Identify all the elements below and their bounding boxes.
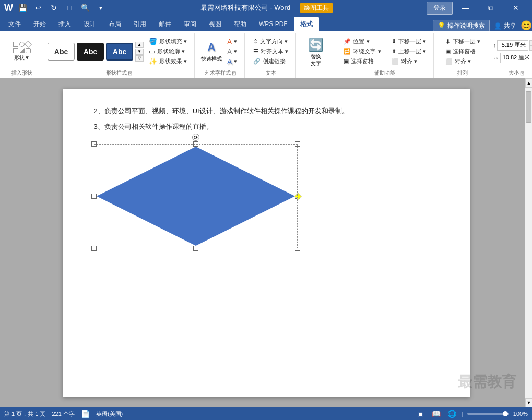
quick-undo[interactable]: ↩: [32, 2, 44, 14]
art-outline-btn[interactable]: A ▾: [224, 47, 240, 56]
shape-grid-icon: [13, 42, 31, 53]
tab-file[interactable]: 文件: [2, 17, 27, 31]
doc-area: 2、负责公司平面、视频、环境、UI设计、游戏制作软件相关操作课程的开发和录制。 …: [0, 78, 532, 407]
print-layout-btn[interactable]: ▣: [415, 409, 426, 418]
selection-pane-btn[interactable]: ▣ 选择窗格: [442, 47, 483, 56]
login-button[interactable]: 登录: [427, 2, 453, 15]
web-layout-btn[interactable]: 🌐: [446, 409, 457, 418]
tab-view[interactable]: 视图: [203, 17, 228, 31]
handle-ml[interactable]: [91, 194, 97, 199]
language[interactable]: 英语(美国): [96, 410, 123, 418]
title-left: W 💾 ↩ ↻ □ 🔍 ▼: [4, 2, 107, 14]
arrange-down-btn[interactable]: ⬇ 下移一层 ▾: [442, 37, 483, 46]
quick-style-btn[interactable]: A 快速样式: [200, 38, 223, 66]
tab-help[interactable]: 帮助: [228, 17, 253, 31]
group-assist: 📌 位置 ▾ 🔁 环绕文字 ▾ ▣ 选择窗格 ⬇ 下移一层 ▾: [336, 33, 433, 78]
zoom-slider[interactable]: [467, 413, 509, 415]
read-layout-btn[interactable]: 📖: [430, 409, 442, 418]
shape-style-3[interactable]: Abc: [106, 43, 133, 61]
text-align-btn[interactable]: ☰ 对齐文本 ▾: [250, 47, 291, 56]
up-icon: ⬆: [392, 48, 396, 55]
tab-references[interactable]: 引用: [127, 17, 152, 31]
handle-tl[interactable]: [91, 141, 97, 147]
wrap-text-btn[interactable]: 🔁 环绕文字 ▾: [340, 47, 384, 56]
word-count[interactable]: 221 个字: [52, 410, 74, 418]
shape-format-buttons: 🪣 形状填充 ▾ ▭ 形状轮廓 ▾ ✨ 形状效果 ▾: [146, 37, 190, 66]
art-fill-icon: A: [227, 38, 232, 46]
rotate-handle[interactable]: ⟳: [192, 134, 199, 141]
handle-bc[interactable]: [193, 246, 198, 251]
scroll-up-btn[interactable]: ▲: [525, 78, 532, 88]
scroll-thumb[interactable]: [526, 91, 531, 123]
drawing-tools-label: 绘图工具: [300, 3, 333, 13]
doc-line-1: 2、负责公司平面、视频、环境、UI设计、游戏制作软件相关操作课程的开发和录制。: [94, 104, 439, 118]
help-search[interactable]: 💡 操作说明搜索: [433, 20, 490, 31]
shape-styles-expand[interactable]: ⊡: [128, 70, 132, 76]
art-text-options: A ▾ A ▾ A ▾: [224, 37, 240, 66]
tab-wps[interactable]: WPS PDF: [253, 17, 294, 31]
word-icon: W: [4, 3, 13, 14]
height-up[interactable]: ▲: [529, 40, 532, 45]
create-link-btn[interactable]: 🔗 创建链接: [250, 57, 291, 66]
style-scroll-up[interactable]: ▲: [135, 42, 144, 48]
position-btn[interactable]: 📌 位置 ▾: [340, 37, 384, 46]
restore-button[interactable]: ⧉: [479, 0, 503, 16]
art-fill-btn[interactable]: A ▾: [224, 37, 240, 46]
zoom-level[interactable]: 100%: [513, 411, 528, 417]
page-info[interactable]: 第 1 页，共 1 页: [4, 410, 45, 418]
quick-save[interactable]: 💾: [16, 2, 29, 14]
move-up-btn[interactable]: ⬆ 上移一层 ▾: [388, 47, 429, 56]
replace-text-btn[interactable]: 🔄 替换文字: [303, 38, 328, 66]
arrange-align-btn[interactable]: ⬜ 对齐 ▾: [442, 57, 483, 66]
shape-style-1[interactable]: Abc: [48, 43, 75, 61]
arr-align-icon: ⬜: [445, 58, 453, 65]
select-pane-btn[interactable]: ▣ 选择窗格: [340, 57, 384, 66]
style-scroll-expand[interactable]: ▽: [135, 55, 144, 62]
shape-fill-btn[interactable]: 🪣 形状填充 ▾: [146, 37, 190, 46]
align-btn[interactable]: ⬜ 对齐 ▾: [388, 57, 429, 66]
text-direction-btn[interactable]: ⇕ 文字方向 ▾: [250, 37, 291, 46]
tab-insert[interactable]: 插入: [52, 17, 77, 31]
assist-col2: ⬇ 下移一层 ▾ ⬆ 上移一层 ▾ ⬜ 对齐 ▾: [388, 37, 429, 66]
shape-outline-btn[interactable]: ▭ 形状轮廓 ▾: [146, 47, 190, 56]
share-icon: 👤: [494, 22, 502, 30]
style-scroll-down[interactable]: ▼: [135, 49, 144, 55]
tab-mailing[interactable]: 邮件: [152, 17, 178, 31]
width-input[interactable]: [500, 53, 531, 63]
handle-tc[interactable]: [193, 141, 198, 147]
quick-new[interactable]: □: [63, 2, 76, 14]
close-button[interactable]: ✕: [504, 0, 528, 16]
move-down-btn[interactable]: ⬇ 下移一层 ▾: [388, 37, 429, 46]
tab-layout[interactable]: 布局: [102, 17, 127, 31]
share-button[interactable]: 👤 共享: [490, 20, 521, 31]
group-size-label: 大小 ⊡: [493, 68, 532, 77]
shape-container[interactable]: ⟳: [94, 144, 298, 248]
divider: |: [462, 411, 463, 417]
customize-btn[interactable]: ▼: [94, 2, 107, 14]
shape-style-2[interactable]: Abc: [77, 43, 104, 61]
zoom-thumb[interactable]: [503, 411, 508, 416]
quick-search[interactable]: 🔍: [79, 2, 91, 14]
quick-redo[interactable]: ↻: [48, 2, 60, 14]
tab-design[interactable]: 设计: [77, 17, 102, 31]
shape-effect-btn[interactable]: ✨ 形状效果 ▾: [146, 57, 190, 66]
arrange-down-label: 下移一层 ▾: [453, 38, 480, 45]
height-down[interactable]: ▼: [529, 45, 532, 51]
art-effect-btn[interactable]: A ▾: [224, 57, 240, 66]
ribbon-tabs: 文件 开始 插入 设计 布局 引用 邮件 审阅 视图 帮助 WPS PDF 格式…: [0, 16, 532, 31]
tab-format[interactable]: 格式: [294, 17, 319, 31]
size-expand[interactable]: ⊡: [520, 70, 524, 76]
art-styles-expand[interactable]: ⊡: [232, 70, 236, 76]
height-input[interactable]: [497, 40, 528, 51]
scroll-down-btn[interactable]: ▼: [525, 398, 532, 407]
handle-tr[interactable]: [295, 141, 300, 147]
handle-br[interactable]: [295, 246, 300, 251]
diamond-svg[interactable]: [94, 144, 298, 248]
scroll-track[interactable]: [525, 89, 532, 397]
shape-insert-area[interactable]: 形状▼: [6, 38, 38, 66]
tab-home[interactable]: 开始: [27, 17, 52, 31]
tab-review[interactable]: 审阅: [178, 17, 203, 31]
status-left: 第 1 页，共 1 页 221 个字 📄 英语(美国): [4, 410, 123, 418]
handle-bl[interactable]: [91, 246, 97, 251]
minimize-button[interactable]: —: [454, 0, 478, 16]
